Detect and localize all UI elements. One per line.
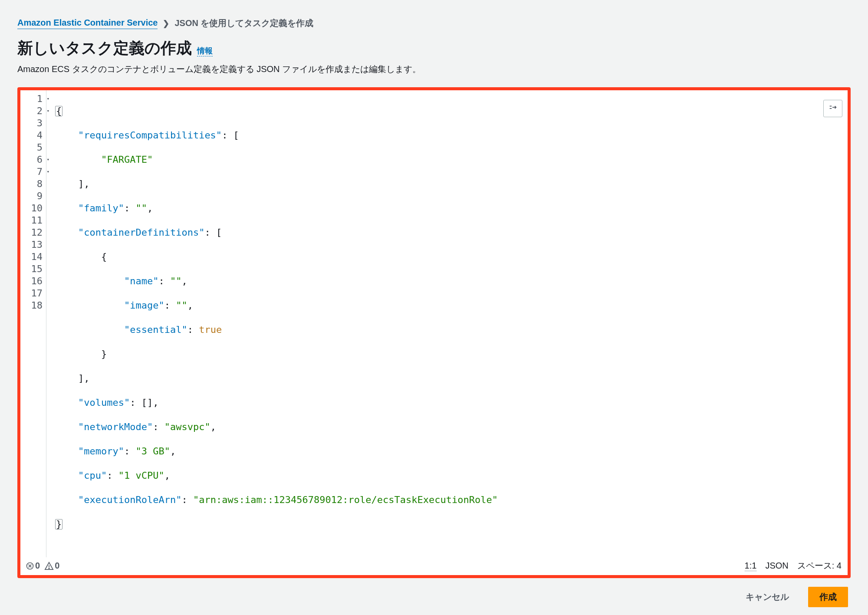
line-number: 9 <box>20 190 43 202</box>
editor-language: JSON <box>765 561 788 571</box>
line-number: 8 <box>20 178 43 190</box>
line-number: 15 <box>20 263 43 275</box>
errors-count: 0 <box>35 561 40 571</box>
warning-triangle-icon <box>44 562 54 570</box>
preferences-icon <box>828 104 838 113</box>
svg-point-5 <box>49 568 49 568</box>
line-number: 3 <box>20 117 43 129</box>
line-number: 17 <box>20 287 43 299</box>
editor-textarea[interactable]: { "requiresCompatibilities": [ "FARGATE"… <box>46 90 848 557</box>
page-title-text: 新しいタスク定義の作成 <box>17 38 192 59</box>
page-subtitle: Amazon ECS タスクのコンテナとボリューム定義を定義する JSON ファ… <box>17 63 851 75</box>
line-number: 11 <box>20 214 43 227</box>
line-number: 14 <box>20 251 43 263</box>
cursor-position[interactable]: 1:1 <box>745 561 757 571</box>
breadcrumb: Amazon Elastic Container Service ❯ JSON … <box>17 17 851 29</box>
breadcrumb-root-link[interactable]: Amazon Elastic Container Service <box>17 18 158 29</box>
line-number: 10 <box>20 202 43 214</box>
cancel-button[interactable]: キャンセル <box>734 587 800 607</box>
line-number: 5 <box>20 141 43 154</box>
line-number: 16 <box>20 275 43 287</box>
line-number: 6 <box>20 154 43 166</box>
line-number: 12 <box>20 227 43 239</box>
line-number: 2 <box>20 105 43 117</box>
create-button[interactable]: 作成 <box>808 587 848 607</box>
warnings-count: 0 <box>55 561 59 571</box>
line-number: 18 <box>20 299 43 312</box>
error-circle-icon <box>26 562 34 570</box>
line-number: 4 <box>20 129 43 141</box>
editor-status-bar: 0 0 1:1 JSON スペース: 4 <box>20 557 848 575</box>
errors-indicator: 0 <box>26 561 40 571</box>
json-editor: 1 2 3 4 5 6 7 8 9 10 11 12 13 14 15 16 1… <box>17 87 851 578</box>
warnings-indicator: 0 <box>44 561 59 571</box>
chevron-right-icon: ❯ <box>163 19 169 28</box>
line-number: 1 <box>20 93 43 105</box>
page-title: 新しいタスク定義の作成 情報 <box>17 38 851 59</box>
editor-gutter: 1 2 3 4 5 6 7 8 9 10 11 12 13 14 15 16 1… <box>20 90 46 557</box>
line-number: 7 <box>20 166 43 178</box>
breadcrumb-current: JSON を使用してタスク定義を作成 <box>174 17 313 29</box>
editor-indent: スペース: 4 <box>797 560 842 572</box>
form-actions: キャンセル 作成 <box>17 587 851 607</box>
info-link[interactable]: 情報 <box>197 46 213 56</box>
editor-preferences-button[interactable] <box>823 100 842 117</box>
line-number: 13 <box>20 239 43 251</box>
